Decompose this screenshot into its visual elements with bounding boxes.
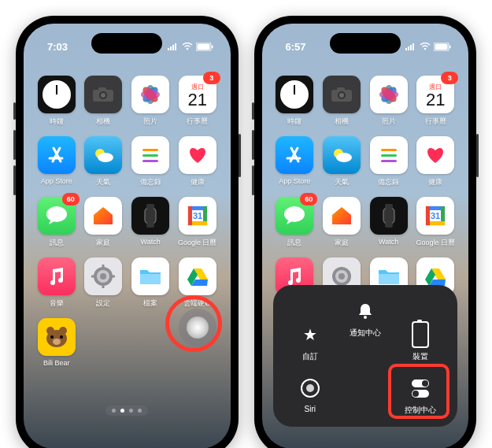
phone-right: 6:57 時鐘 相機 照片 週日213行事曆 App Store 天氣 備忘錄 … <box>254 16 477 448</box>
svg-rect-57 <box>337 87 345 91</box>
app-google-calendar[interactable]: 31Google 日曆 <box>415 197 456 248</box>
svg-point-25 <box>46 206 67 222</box>
watch-icon <box>131 197 169 235</box>
app-settings[interactable]: 設定 <box>83 257 124 309</box>
app-appstore[interactable]: App Store <box>275 136 316 187</box>
svg-text:31: 31 <box>431 211 440 220</box>
app-clock[interactable]: 時鐘 <box>36 76 77 127</box>
calendar-badge: 3 <box>203 72 220 84</box>
app-bilibear[interactable]: Bili Bear <box>36 318 77 367</box>
app-camera[interactable]: 相機 <box>321 76 362 127</box>
reminders-icon <box>131 136 169 174</box>
assistive-touch-menu: ★ 自訂 通知中心 裝置 Siri 控制中心 <box>273 285 457 427</box>
status-time: 6:57 <box>286 41 306 53</box>
files-icon <box>131 257 169 295</box>
app-reminders[interactable]: 備忘錄 <box>130 136 171 187</box>
svg-point-11 <box>101 93 105 98</box>
app-home[interactable]: 家庭 <box>83 197 124 248</box>
app-messages[interactable]: 60訊息 <box>275 197 316 248</box>
svg-rect-7 <box>212 45 213 48</box>
app-clock[interactable]: 時鐘 <box>275 76 316 127</box>
mute-switch[interactable] <box>13 102 16 120</box>
app-google-calendar[interactable]: 31Google 日曆 <box>177 197 218 248</box>
app-calendar[interactable]: 週日213行事曆 <box>177 76 218 127</box>
bilibear-icon <box>38 318 76 356</box>
svg-rect-0 <box>168 48 169 50</box>
at-siri-button[interactable]: Siri <box>283 376 338 416</box>
svg-rect-28 <box>146 223 154 228</box>
home-screen[interactable]: 7:03 時鐘 相機 照片 週日213行事曆 App Store 天氣 備忘錄 … <box>24 24 231 448</box>
dynamic-island[interactable] <box>330 33 401 54</box>
calendar-badge: 3 <box>441 72 458 84</box>
svg-rect-9 <box>98 87 106 91</box>
app-watch[interactable]: Watch <box>368 197 409 248</box>
at-custom-button[interactable]: ★ 自訂 <box>283 323 338 362</box>
svg-rect-26 <box>145 208 156 224</box>
svg-point-88 <box>306 384 314 392</box>
app-photos[interactable]: 照片 <box>130 76 171 127</box>
cellular-signal-icon <box>405 43 416 50</box>
side-button[interactable] <box>476 134 479 177</box>
home-icon <box>323 197 361 235</box>
bell-icon <box>353 299 377 323</box>
svg-rect-51 <box>412 43 414 50</box>
wifi-icon <box>420 43 431 50</box>
svg-rect-49 <box>408 46 409 50</box>
camera-icon <box>84 76 122 113</box>
volume-down-button[interactable] <box>252 165 254 195</box>
svg-point-59 <box>339 93 344 98</box>
page-indicator[interactable] <box>105 405 148 416</box>
messages-badge: 60 <box>62 193 80 205</box>
assistive-touch-highlight <box>165 295 222 352</box>
apps-grid: 時鐘 相機 照片 週日213行事曆 App Store 天氣 備忘錄 健康 60… <box>262 58 469 309</box>
app-appstore[interactable]: App Store <box>36 136 77 187</box>
calendar-icon: 週日213 <box>179 76 216 113</box>
messages-icon: 60 <box>38 197 76 235</box>
app-messages[interactable]: 60訊息 <box>36 197 77 248</box>
svg-rect-3 <box>175 43 176 50</box>
app-weather[interactable]: 天氣 <box>321 136 362 187</box>
svg-rect-50 <box>410 45 412 50</box>
mute-switch[interactable] <box>252 102 254 120</box>
svg-rect-75 <box>385 204 393 209</box>
svg-point-73 <box>284 206 305 222</box>
at-notification-center-button[interactable]: 通知中心 <box>338 299 393 362</box>
device-icon <box>409 323 432 346</box>
app-home[interactable]: 家庭 <box>321 197 362 248</box>
health-icon <box>179 136 216 174</box>
volume-down-button[interactable] <box>13 165 16 195</box>
svg-point-85 <box>338 273 345 280</box>
app-weather[interactable]: 天氣 <box>83 136 124 187</box>
app-files[interactable]: 檔案 <box>130 257 171 309</box>
watch-icon <box>370 197 408 235</box>
side-button[interactable] <box>239 134 241 177</box>
clock-icon <box>276 76 313 113</box>
app-music[interactable]: 音樂 <box>36 257 77 309</box>
svg-rect-40 <box>91 276 95 278</box>
svg-point-37 <box>100 273 106 280</box>
app-watch[interactable]: Watch <box>130 197 171 248</box>
svg-rect-38 <box>102 265 105 268</box>
svg-rect-2 <box>172 45 174 50</box>
app-photos[interactable]: 照片 <box>368 76 409 127</box>
svg-rect-6 <box>197 43 209 50</box>
svg-point-4 <box>186 48 188 50</box>
app-camera[interactable]: 相機 <box>83 76 124 127</box>
app-health[interactable]: 健康 <box>177 136 218 187</box>
messages-icon: 60 <box>276 197 313 235</box>
appstore-icon <box>38 136 76 174</box>
settings-icon <box>84 257 122 295</box>
svg-rect-81 <box>426 206 430 225</box>
at-device-button[interactable]: 裝置 <box>393 323 448 362</box>
volume-up-button[interactable] <box>252 130 254 160</box>
star-icon: ★ <box>298 323 322 346</box>
dynamic-island[interactable] <box>91 33 162 54</box>
volume-up-button[interactable] <box>13 130 16 160</box>
home-screen[interactable]: 6:57 時鐘 相機 照片 週日213行事曆 App Store 天氣 備忘錄 … <box>262 24 469 448</box>
google-drive-icon <box>179 257 216 295</box>
status-time: 7:03 <box>47 41 68 53</box>
app-reminders[interactable]: 備忘錄 <box>368 136 409 187</box>
photos-icon <box>370 76 408 113</box>
app-health[interactable]: 健康 <box>415 136 456 187</box>
app-calendar[interactable]: 週日213行事曆 <box>415 76 456 127</box>
